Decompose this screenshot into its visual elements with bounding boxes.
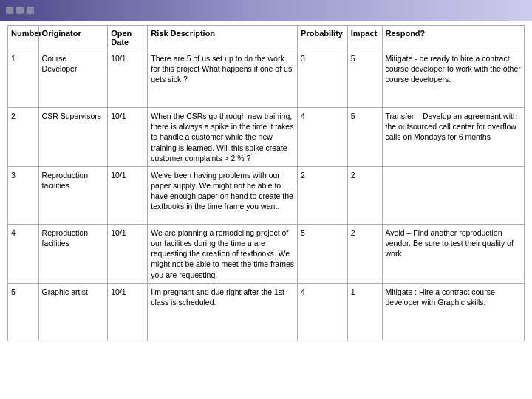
col-header-number: Number bbox=[8, 26, 39, 50]
col-header-open-date: Open Date bbox=[108, 26, 148, 50]
table-container: Number Originator Open Date Risk Descrip… bbox=[0, 21, 532, 346]
dot-3 bbox=[27, 7, 34, 14]
cell-number: 1 bbox=[8, 50, 39, 108]
cell-risk_description: I'm pregnant and due right after the 1st… bbox=[148, 283, 298, 341]
cell-probability: 2 bbox=[298, 166, 348, 224]
cell-probability: 4 bbox=[298, 108, 348, 167]
cell-probability: 4 bbox=[298, 283, 348, 341]
dot-2 bbox=[16, 7, 24, 14]
table-row: 2CSR Supervisors10/1When the CSRs go thr… bbox=[8, 108, 525, 167]
table-row: 5Graphic artist10/1I'm pregnant and due … bbox=[8, 283, 525, 341]
cell-open_date: 10/1 bbox=[108, 50, 148, 108]
col-header-originator: Originator bbox=[38, 26, 108, 50]
cell-risk_description: We are planning a remodeling project of … bbox=[148, 224, 298, 283]
cell-open_date: 10/1 bbox=[108, 108, 148, 167]
cell-number: 3 bbox=[8, 166, 39, 224]
col-header-impact: Impact bbox=[347, 26, 382, 50]
cell-originator: Graphic artist bbox=[38, 283, 108, 341]
cell-originator: Course Developer bbox=[38, 50, 108, 108]
cell-number: 2 bbox=[8, 108, 39, 167]
cell-probability: 3 bbox=[298, 50, 348, 108]
cell-respond: Mitigate - be ready to hire a contract c… bbox=[382, 50, 524, 108]
cell-impact: 5 bbox=[347, 108, 382, 167]
col-header-respond: Respond? bbox=[382, 26, 524, 50]
cell-open_date: 10/1 bbox=[108, 224, 148, 283]
cell-impact: 5 bbox=[347, 50, 382, 108]
header-dots bbox=[6, 7, 34, 14]
col-header-probability: Probability bbox=[298, 26, 348, 50]
table-row: 4Reproduction facilities10/1We are plann… bbox=[8, 224, 525, 283]
cell-respond: Mitigate : Hire a contract course develo… bbox=[382, 283, 524, 341]
cell-originator: CSR Supervisors bbox=[38, 108, 108, 167]
cell-impact: 1 bbox=[347, 283, 382, 341]
cell-originator: Reproduction facilities bbox=[38, 224, 108, 283]
cell-risk_description: We've been having problems with our pape… bbox=[148, 166, 298, 224]
cell-probability: 5 bbox=[298, 224, 348, 283]
cell-risk_description: There are 5 of us set up to do the work … bbox=[148, 50, 298, 108]
col-header-risk-description: Risk Description bbox=[148, 26, 298, 50]
dot-1 bbox=[6, 7, 13, 14]
cell-open_date: 10/1 bbox=[108, 166, 148, 224]
cell-respond: Avoid – Find another reproduction vendor… bbox=[382, 224, 524, 283]
table-row: 3Reproduction facilities10/1We've been h… bbox=[8, 166, 525, 224]
table-header-row: Number Originator Open Date Risk Descrip… bbox=[8, 26, 525, 50]
cell-number: 4 bbox=[8, 224, 39, 283]
cell-impact: 2 bbox=[347, 224, 382, 283]
cell-originator: Reproduction facilities bbox=[38, 166, 108, 224]
cell-risk_description: When the CSRs go through new training, t… bbox=[148, 108, 298, 167]
cell-respond bbox=[382, 166, 524, 224]
cell-open_date: 10/1 bbox=[108, 283, 148, 341]
table-row: 1Course Developer10/1There are 5 of us s… bbox=[8, 50, 525, 108]
cell-impact: 2 bbox=[347, 166, 382, 224]
cell-respond: Transfer – Develop an agreement with the… bbox=[382, 108, 524, 167]
cell-number: 5 bbox=[8, 283, 39, 341]
risk-table: Number Originator Open Date Risk Descrip… bbox=[7, 25, 525, 341]
header-bar bbox=[0, 0, 532, 21]
